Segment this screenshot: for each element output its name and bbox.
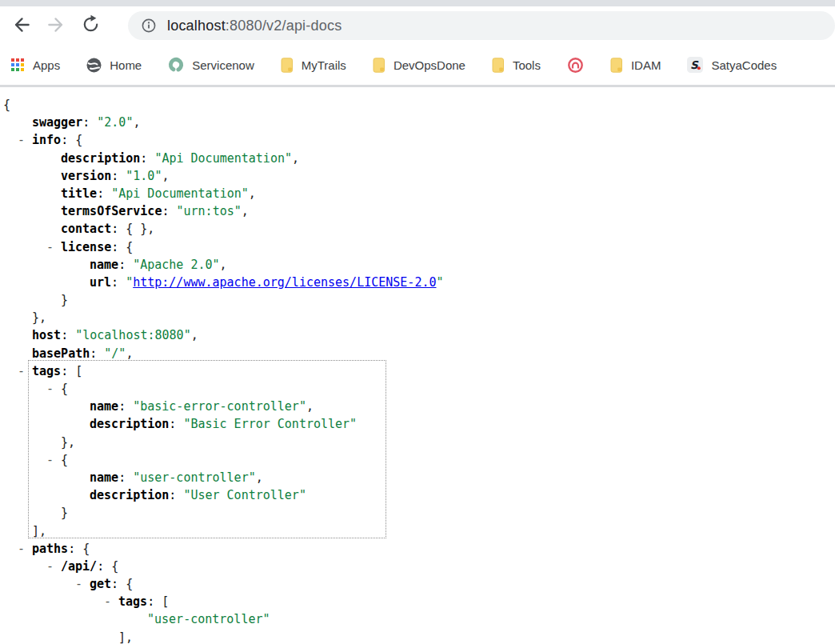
json-punct: , (306, 399, 314, 414)
json-line: } (0, 504, 835, 522)
json-line: ], (0, 629, 835, 644)
json-line: description: "Basic Error Controller" (0, 415, 835, 433)
json-line: }, (0, 434, 835, 451)
license-url-link[interactable]: http://www.apache.org/licenses/LICENSE-2… (133, 275, 436, 290)
json-punct: }, (32, 310, 46, 325)
json-colon: : (111, 577, 126, 591)
json-line: } (0, 291, 835, 309)
json-key: contact (61, 222, 111, 236)
json-punct: { (75, 133, 82, 147)
json-key: tags (32, 364, 61, 378)
json-line: description: "Api Documentation", (0, 150, 835, 167)
json-punct: { (126, 577, 133, 591)
json-punct: , (133, 115, 140, 130)
url-host: localhost (167, 18, 226, 34)
collapse-toggle-icon[interactable]: - (18, 131, 25, 149)
json-colon: : (90, 346, 104, 361)
back-arrow-icon (11, 14, 32, 38)
json-string: "urn:tos" (177, 204, 242, 218)
bookmark-label: DevOpsDone (394, 58, 465, 72)
collapse-toggle-icon[interactable]: - (46, 558, 54, 575)
back-button[interactable] (8, 12, 35, 39)
json-colon: : (61, 133, 75, 147)
bookmark-mytrails[interactable]: MyTrails (281, 58, 346, 73)
json-string: "Apache 2.0" (133, 258, 219, 272)
bookmark-apps[interactable]: Apps (11, 58, 60, 72)
json-punct: , (162, 169, 169, 183)
json-line: name: "user-controller", (0, 469, 835, 486)
json-colon: : (147, 594, 162, 609)
json-line: basePath: "/", (0, 345, 835, 362)
satya-badge-icon: S (687, 57, 703, 73)
json-line: version: "1.0", (0, 167, 835, 185)
json-punct: , (242, 204, 249, 218)
bookmark-satyacodes[interactable]: S SatyaCodes (687, 57, 777, 73)
bookmark-servicenow[interactable]: Servicenow (168, 57, 254, 73)
json-key: termsOfService (61, 204, 162, 218)
bookmark-tools[interactable]: Tools (492, 58, 541, 73)
folder-icon (610, 58, 623, 73)
bookmark-devopsdone[interactable]: DevOpsDone (373, 58, 465, 73)
json-key: paths (32, 542, 68, 556)
json-punct: { }, (126, 222, 154, 236)
json-line: ], (0, 522, 835, 540)
json-string: " (126, 275, 133, 290)
url-text[interactable]: localhost:8080/v2/api-docs (167, 18, 342, 34)
forward-button[interactable] (42, 12, 70, 39)
json-colon: : (97, 186, 111, 201)
json-line: termsOfService: "urn:tos", (0, 202, 835, 220)
browser-toolbar: localhost:8080/v2/api-docs (0, 6, 835, 45)
json-key: name (90, 399, 118, 414)
json-line: -tags: [ (0, 362, 835, 380)
json-key: version (61, 169, 111, 183)
json-string: "Api Documentation" (111, 186, 249, 201)
collapse-toggle-icon[interactable]: - (104, 593, 111, 610)
collapse-toggle-icon[interactable]: - (46, 238, 54, 256)
json-key: url (90, 275, 111, 290)
json-key: basePath (32, 346, 90, 361)
json-line: title: "Api Documentation", (0, 185, 835, 202)
json-string: "Api Documentation" (154, 151, 292, 166)
json-line: swagger: "2.0", (0, 114, 835, 131)
json-string: "user-controller" (147, 612, 270, 626)
collapse-toggle-icon[interactable]: - (46, 380, 54, 398)
reload-button[interactable] (77, 12, 104, 39)
bookmarks-bar: Apps Home Servicenow MyTrails DevOpsDone… (0, 45, 835, 87)
json-line: -paths: { (0, 540, 835, 558)
json-colon: : (140, 151, 154, 166)
json-punct: { (3, 98, 10, 112)
json-colon: : (118, 399, 133, 414)
collapse-toggle-icon[interactable]: - (18, 540, 25, 558)
json-colon: : (68, 542, 82, 556)
red-ring-icon (567, 57, 584, 74)
page-info-icon[interactable] (141, 18, 157, 34)
bookmark-unlabeled[interactable] (567, 57, 584, 74)
collapse-toggle-icon[interactable]: - (75, 575, 82, 593)
json-key: get (90, 577, 111, 591)
json-colon: : (111, 169, 126, 183)
json-key: description (90, 417, 169, 431)
bookmark-label: Tools (513, 58, 541, 72)
json-line: host: "localhost:8080", (0, 326, 835, 344)
url-bar[interactable]: localhost:8080/v2/api-docs (128, 11, 835, 40)
json-key: title (61, 186, 97, 201)
bookmark-label: Apps (33, 58, 60, 72)
json-key: /api/ (61, 559, 97, 574)
folder-icon (373, 58, 386, 73)
json-punct: ], (118, 630, 133, 644)
collapse-toggle-icon[interactable]: - (18, 362, 25, 380)
folder-icon (492, 58, 505, 73)
json-string: "Basic Error Controller" (183, 417, 357, 431)
bookmark-home[interactable]: Home (86, 58, 142, 73)
json-colon: : (111, 222, 126, 236)
json-colon: : (111, 275, 126, 290)
json-punct: }, (61, 435, 75, 450)
json-punct: } (61, 293, 68, 307)
json-string: "/" (104, 346, 126, 361)
json-key: name (90, 258, 118, 272)
bookmark-idam[interactable]: IDAM (610, 58, 661, 73)
json-line: name: "basic-error-controller", (0, 398, 835, 415)
json-key: description (61, 151, 140, 166)
collapse-toggle-icon[interactable]: - (46, 451, 54, 469)
json-colon: : (61, 328, 75, 342)
